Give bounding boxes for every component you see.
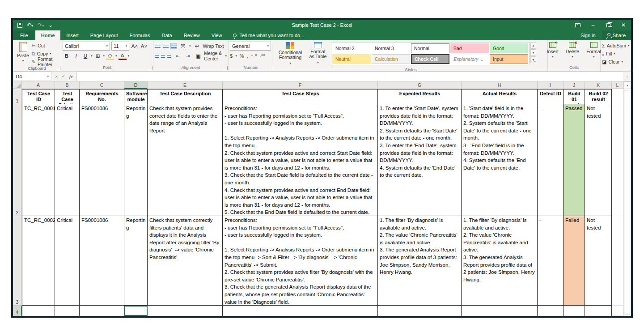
style-input[interactable]: Input [490, 54, 528, 64]
cell-desc[interactable]: Check that system correctly filters pati… [148, 216, 223, 306]
cell-priority[interactable]: Critical [55, 216, 80, 306]
accounting-format-icon[interactable]: $ [230, 53, 233, 59]
select-all-corner[interactable] [13, 81, 22, 89]
style-explanatory[interactable]: Explanatory ... [450, 54, 489, 64]
hdr-build01[interactable]: Build 01 result [564, 89, 585, 104]
cell-req[interactable]: FS0001086 [80, 104, 124, 216]
redo-icon[interactable]: ↷▾ [38, 22, 44, 28]
decrease-decimal-icon[interactable]: ·⁰⁰ [259, 53, 265, 59]
format-painter-button[interactable]: ✎Format Painter [32, 58, 59, 65]
tab-page-layout[interactable]: Page Layout [85, 30, 124, 40]
grow-font-icon[interactable]: A˄ [131, 42, 139, 50]
cell-defect[interactable]: - [538, 216, 564, 306]
cell-C4[interactable] [80, 306, 124, 316]
expand-formula-bar-icon[interactable]: ⌄ [623, 72, 631, 81]
delete-cells-button[interactable]: Delete▾ [563, 41, 582, 60]
tab-insert[interactable]: Insert [60, 30, 85, 40]
row-header-4[interactable]: 4 [13, 306, 22, 316]
cell-defect[interactable]: - [538, 104, 564, 216]
merge-center-button[interactable]: ▣Merge & Center▾ [194, 52, 227, 60]
style-neutral[interactable]: Neutral [332, 54, 371, 64]
cell-desc[interactable]: Check that system provides correct date … [148, 104, 223, 216]
col-header-G[interactable]: G [378, 81, 462, 89]
borders-icon[interactable]: ⊞ [94, 52, 102, 60]
col-header-D[interactable]: D [124, 81, 148, 89]
font-color-icon[interactable]: A [119, 52, 127, 60]
confirm-entry-icon[interactable]: ✓ [61, 73, 65, 79]
hdr-steps[interactable]: Test Case Steps [223, 89, 378, 104]
cell-build02-status[interactable]: Not tested [585, 104, 612, 216]
cell-steps[interactable]: Preconditions: - user has Reporting perm… [223, 216, 378, 306]
hdr-requirements[interactable]: Requirements No. [80, 89, 124, 104]
underline-button[interactable]: U [81, 52, 89, 60]
font-size-combo[interactable]: 11▾ [111, 42, 129, 51]
style-good[interactable]: Good [490, 43, 528, 53]
cell-expected[interactable]: 1. To enter the 'Start Date', system pro… [378, 104, 462, 216]
row-header-1[interactable]: 1 [13, 89, 22, 104]
style-normal-2[interactable]: Normal 2 [332, 43, 371, 53]
hdr-defect[interactable]: Defect ID [538, 89, 564, 104]
vertical-scrollbar[interactable]: ▲ [623, 81, 631, 316]
cell-A4[interactable] [22, 306, 55, 316]
selected-cell-D4[interactable] [124, 306, 148, 316]
style-bad[interactable]: Bad [450, 43, 489, 53]
bold-button[interactable]: B [63, 52, 71, 60]
hdr-description[interactable]: Test Case Description [148, 89, 223, 104]
wrap-text-button[interactable]: ↩Wrap Text [193, 43, 224, 50]
scroll-up-icon[interactable]: ▲ [624, 81, 631, 89]
cell-expected[interactable]: 1. The filter 'By diagnosis' is avaliabl… [378, 216, 462, 306]
name-box[interactable]: D4▾ [13, 72, 51, 81]
cell-steps[interactable]: Preconditions: - user has Reporting perm… [223, 104, 378, 216]
cell-build02-status[interactable]: Not tested [585, 216, 612, 306]
formula-input[interactable] [77, 72, 623, 81]
hdr-module[interactable]: Software module [124, 89, 148, 104]
scrollbar-thumb[interactable] [625, 90, 630, 315]
style-normal-3[interactable]: Normal 3 [372, 43, 410, 53]
number-format-combo[interactable]: General▾ [230, 42, 271, 51]
insert-function-icon[interactable]: fx [69, 74, 73, 79]
ribbon-display-options-icon[interactable] [570, 20, 585, 30]
percent-style-icon[interactable]: % [240, 53, 244, 59]
hdr-priority[interactable]: Test Case Priority [55, 89, 80, 104]
cut-button[interactable]: ✂Cut [32, 42, 59, 49]
cell-E4[interactable] [148, 306, 223, 316]
clipboard-dialog-launcher-icon[interactable] [56, 66, 60, 70]
col-header-B[interactable]: B [55, 81, 80, 89]
col-header-K[interactable]: K [585, 81, 612, 89]
cell-actual[interactable]: 1. 'Start date' field is in the format: … [462, 104, 538, 216]
cell-B4[interactable] [55, 306, 80, 316]
style-calculation[interactable]: Calculation [372, 54, 410, 64]
shrink-font-icon[interactable]: A˅ [140, 42, 148, 50]
cell-I4[interactable] [538, 306, 564, 316]
close-button[interactable]: ✕ [616, 20, 631, 30]
col-header-A[interactable]: A [22, 81, 55, 89]
hdr-expected[interactable]: Expected Results [378, 89, 462, 104]
clear-button[interactable]: ◪Clear▾ [602, 58, 631, 65]
align-top-icon[interactable] [155, 44, 161, 48]
style-check-cell[interactable]: Check Cell [411, 54, 449, 64]
col-header-H[interactable]: H [462, 81, 538, 89]
cell-build01-status[interactable]: Failed [564, 216, 585, 306]
fill-button[interactable]: ⤓Fill▾ [602, 50, 631, 57]
row-header-3[interactable]: 3 [13, 216, 22, 306]
tab-review[interactable]: Review [178, 30, 206, 40]
cell-build01-status[interactable]: Passed [564, 104, 585, 216]
col-header-I[interactable]: I [538, 81, 564, 89]
col-header-C[interactable]: C [80, 81, 124, 89]
comma-style-icon[interactable]: , [246, 53, 248, 59]
align-left-icon[interactable] [155, 54, 159, 58]
number-dialog-launcher-icon[interactable] [269, 66, 273, 70]
customize-qat-icon[interactable]: ⌄ [48, 22, 53, 28]
orientation-icon[interactable]: ⤧ [179, 42, 187, 50]
gallery-down-icon[interactable]: ▼ [530, 49, 536, 56]
cancel-entry-icon[interactable]: × [55, 74, 58, 79]
cell-priority[interactable]: Critical [55, 104, 80, 216]
cell-req[interactable]: FS0001086 [80, 216, 124, 306]
cell-K4[interactable] [585, 306, 612, 316]
tab-home[interactable]: Home [35, 30, 61, 40]
font-name-combo[interactable]: Calibri▾ [63, 42, 110, 51]
align-bottom-icon[interactable] [171, 44, 177, 48]
cell-G4[interactable] [378, 306, 462, 316]
align-middle-icon[interactable] [163, 44, 169, 48]
cell-H4[interactable] [462, 306, 538, 316]
